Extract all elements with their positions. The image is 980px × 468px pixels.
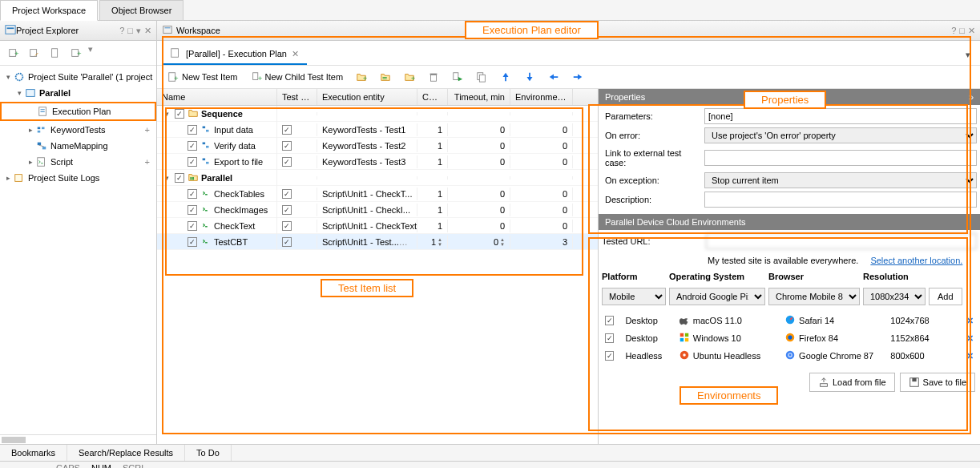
resolution-select[interactable]: 1080x2340 [863,288,926,305]
row-count: 1 [438,221,442,231]
close-icon[interactable]: ✕ [144,26,151,36]
table-row[interactable]: ✓CheckText✓Script\Unit1 - CheckText100 [157,218,598,234]
add-folder-icon[interactable]: + [350,69,373,85]
checkbox-icon[interactable]: ✓ [175,173,184,183]
checkbox-icon[interactable]: ✓ [188,157,197,167]
remove-environment-icon[interactable]: ✕ [966,351,974,361]
table-row[interactable]: ✓CheckImages✓Script\Unit1 - CheckI...100 [157,202,598,218]
checkbox-icon[interactable]: ✓ [605,351,614,361]
checkbox-icon[interactable]: ✓ [605,333,614,343]
scrollbar-thumb[interactable] [2,437,26,443]
checkbox-icon[interactable]: ✓ [188,141,197,151]
document-icon[interactable] [46,44,64,62]
outdent-icon[interactable] [542,69,565,85]
table-row[interactable]: ✓Input data✓KeywordTests - Test1100 [157,122,598,138]
table-row[interactable]: ✓Verify data✓KeywordTests - Test2100 [157,138,598,154]
table-row[interactable]: ✓Export to file✓KeywordTests - Test3100 [157,154,598,170]
checkbox-icon[interactable]: ✓ [188,189,197,199]
os-icon [679,349,690,362]
checkbox-icon[interactable]: ✓ [188,237,197,247]
checkbox-icon[interactable]: ✓ [175,109,184,119]
os-select[interactable]: Android Google Pixe [669,288,765,305]
tree-name-mapping[interactable]: NameMapping [0,138,156,154]
move-up-icon[interactable] [494,69,517,85]
run-icon[interactable] [446,69,469,85]
new-child-test-item-button[interactable]: + New Child Test Item [245,69,349,85]
move-down-icon[interactable] [518,69,541,85]
checkbox-icon[interactable]: ✓ [282,237,292,247]
checkbox-icon[interactable]: ✓ [282,157,292,167]
checkbox-icon[interactable]: ✓ [188,125,197,135]
load-from-file-button[interactable]: Load from file [809,373,895,392]
parallel-folder-icon[interactable]: + [398,69,421,85]
tab-search-replace[interactable]: Search/Replace Results [67,445,185,461]
checkbox-icon[interactable]: ✓ [188,205,197,215]
close-icon[interactable]: ✕ [968,26,975,36]
help-icon[interactable]: ? [951,26,956,36]
add-script-icon[interactable]: + [145,157,153,167]
column-execution-entity[interactable]: Execution entity [317,89,417,105]
checkbox-icon[interactable]: ✓ [282,141,292,151]
browser-select[interactable]: Chrome Mobile 86 [768,288,860,305]
table-row[interactable]: ✓TestCBT✓Script\Unit1 - Test... …1▲▼0▲▼3 [157,234,598,250]
column-count[interactable]: Count [417,89,448,105]
column-test-case[interactable]: Test case [277,89,317,105]
maximize-icon[interactable]: □ [959,26,965,36]
indent-icon[interactable] [567,69,589,85]
add-environment-button[interactable]: Add [929,288,962,305]
tree-logs[interactable]: ▸ Project Suite Logs [0,170,156,186]
tree-project[interactable]: ▾ Parallel [0,85,156,101]
tree-keyword-tests[interactable]: ▸ KeywordTests + [0,122,156,138]
select-another-location-link[interactable]: Select another location. [870,256,962,265]
delete-icon[interactable] [422,69,445,85]
tab-to-do[interactable]: To Do [185,445,232,461]
prop-parameters-input[interactable] [704,108,977,124]
column-timeout[interactable]: Timeout, min [448,89,510,105]
sequence-folder-icon[interactable] [374,69,397,85]
new-test-item-button[interactable]: + New Test Item [162,69,244,85]
checkbox-icon[interactable]: ✓ [282,205,292,215]
add-existing-icon[interactable] [26,44,43,62]
editor-tab-execution-plan[interactable]: [Parallel] - Execution Plan ✕ [162,44,307,65]
table-row[interactable]: ▾✓Parallel [157,170,598,186]
help-icon[interactable]: ? [119,26,124,36]
tree-execution-plan[interactable]: Execution Plan [0,102,156,121]
tab-project-workspace[interactable]: Project Workspace [0,0,98,21]
table-row[interactable]: ✓CheckTables✓Script\Unit1 - CheckT...100 [157,186,598,202]
tree-project-suite[interactable]: ▾ Project Suite 'Parallel' (1 project [0,69,156,85]
save-to-file-button[interactable]: Save to file [900,373,975,392]
menu-dropdown-icon[interactable]: ▾ [136,26,141,36]
row-timeout: 0 [500,141,505,151]
copy-icon[interactable] [470,69,493,85]
add-project-icon[interactable]: + [5,44,22,62]
table-row[interactable]: ▾✓Sequence [157,106,598,122]
checkbox-icon[interactable]: ✓ [282,125,292,135]
tab-object-browser[interactable]: Object Browser [99,0,183,20]
expand-icon[interactable]: » [969,92,974,102]
remove-environment-icon[interactable]: ✕ [966,333,974,344]
svg-rect-9 [26,90,35,97]
close-icon[interactable]: ✕ [292,49,299,59]
checkbox-icon[interactable]: ✓ [282,221,292,231]
tab-bookmarks[interactable]: Bookmarks [0,445,67,461]
tree-script[interactable]: ▸ Script + [0,154,156,170]
prop-description-input[interactable] [704,192,977,208]
prop-on-error-select[interactable]: Use project's 'On error' property [704,127,977,143]
column-name[interactable]: Name [157,89,277,105]
column-environments[interactable]: Environments [510,89,573,105]
add-keyword-test-icon[interactable]: + [145,125,153,135]
status-num: NUM [91,463,111,468]
new-suite-icon[interactable]: + [67,44,85,62]
remove-environment-icon[interactable]: ✕ [966,316,974,326]
checkbox-icon[interactable]: ✓ [605,316,614,325]
tested-url-input[interactable] [706,233,977,249]
editor-tabs-dropdown-icon[interactable]: ▾ [961,50,975,60]
prop-on-exception-select[interactable]: Stop current item [704,172,977,188]
checkbox-icon[interactable]: ✓ [282,189,292,199]
checkbox-icon[interactable]: ✓ [188,221,197,231]
maximize-icon[interactable]: □ [127,26,133,36]
script-icon [35,155,48,168]
toolbar-dropdown-icon[interactable]: ▾ [88,44,93,62]
prop-link-external-input[interactable] [704,150,977,166]
platform-select[interactable]: Mobile [602,288,666,305]
